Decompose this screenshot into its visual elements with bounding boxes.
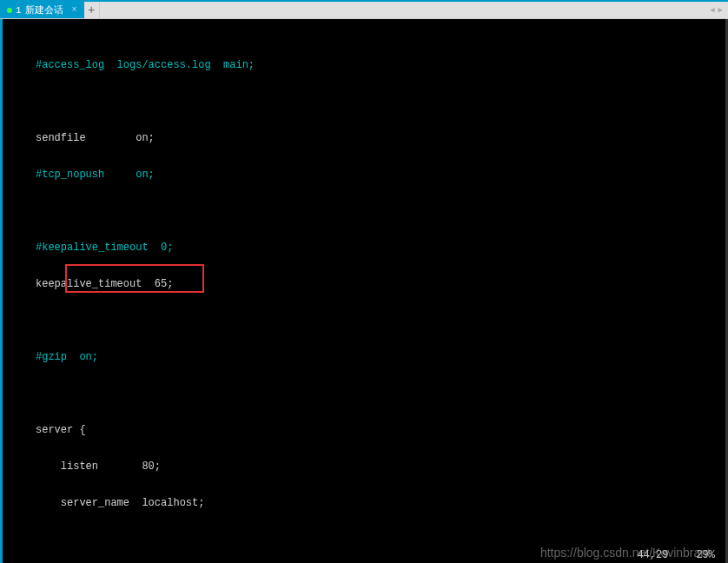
window: 1 新建会话 × + ◀ ▶ #access_log logs/access.l… <box>0 0 728 563</box>
code-line: server { <box>3 424 725 436</box>
tab-nav: ◀ ▶ <box>705 2 728 18</box>
code-line: #gzip on; <box>3 351 725 363</box>
code-line <box>3 315 725 327</box>
tab-title: 新建会话 <box>25 3 63 17</box>
code-line <box>3 387 725 400</box>
code-line: listen 80; <box>3 460 725 473</box>
new-tab-button[interactable]: + <box>84 2 100 18</box>
nav-right-icon[interactable]: ▶ <box>718 5 723 15</box>
terminal-editor[interactable]: #access_log logs/access.log main; sendfi… <box>0 19 728 563</box>
tab-indicator-icon <box>7 8 12 13</box>
code-line: server_name localhost; <box>3 497 725 509</box>
code-line <box>3 533 725 546</box>
code-content: #access_log logs/access.log main; sendfi… <box>3 35 725 563</box>
scroll-percent: 29% <box>696 549 715 561</box>
close-icon[interactable]: × <box>72 5 77 15</box>
code-line: #access_log logs/access.log main; <box>3 59 725 71</box>
tab-spacer <box>100 2 705 18</box>
code-line <box>3 96 725 108</box>
code-line: sendfile on; <box>3 132 725 144</box>
tab-number: 1 <box>16 5 22 16</box>
code-line: #tcp_nopush on; <box>3 169 725 181</box>
cursor-position: 44,29 <box>637 549 668 561</box>
nav-left-icon[interactable]: ◀ <box>710 5 714 15</box>
status-bar: 44,29 29% <box>637 549 715 561</box>
tab-session-1[interactable]: 1 新建会话 × <box>0 2 84 18</box>
code-line <box>3 205 725 217</box>
plus-icon: + <box>88 3 95 17</box>
code-line: keepalive_timeout 65; <box>3 278 725 290</box>
tab-bar: 1 新建会话 × + ◀ ▶ <box>0 2 728 19</box>
code-line: #keepalive_timeout 0; <box>3 242 725 254</box>
